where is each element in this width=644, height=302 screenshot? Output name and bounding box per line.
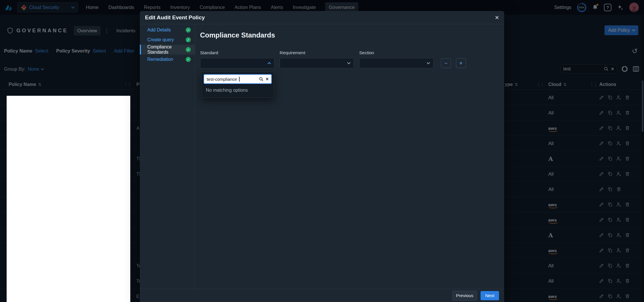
- standard-field: Standard: [200, 50, 274, 68]
- standard-search-value: test-compliance: [207, 77, 237, 82]
- step-complete-check-icon: ✓: [186, 37, 191, 42]
- edit-audit-event-policy-modal: Edit Audit Event Policy × Add Details ✓ …: [140, 11, 504, 302]
- search-icon[interactable]: [259, 77, 263, 81]
- step-complete-check-icon: ✓: [186, 27, 191, 33]
- requirement-field: Requirement: [280, 50, 354, 68]
- application-root: Cloud Security HomeDashboardsReportsInve…: [0, 0, 644, 302]
- requirement-label: Requirement: [280, 50, 354, 55]
- step-complete-check-icon: ✓: [186, 47, 191, 52]
- step-complete-check-icon: ✓: [186, 57, 191, 62]
- modal-content: Compliance Standards Standard Requiremen…: [195, 24, 504, 289]
- modal-title: Edit Audit Event Policy: [145, 14, 205, 21]
- section-title: Compliance Standards: [200, 31, 275, 39]
- section-select[interactable]: [359, 58, 434, 68]
- wizard-step-remediation[interactable]: Remediation ✓: [140, 55, 195, 64]
- modal-body: Add Details ✓ Create query ✓ Compliance …: [140, 24, 504, 289]
- clear-search-icon[interactable]: ×: [265, 76, 269, 82]
- redacted-policy-names-block: [7, 96, 130, 302]
- standard-select[interactable]: [200, 58, 274, 68]
- requirement-select[interactable]: [280, 58, 354, 68]
- next-button[interactable]: Next: [481, 291, 499, 300]
- wizard-step-create-query[interactable]: Create query ✓: [140, 35, 195, 45]
- chevron-down-icon: [427, 61, 430, 64]
- text-caret: [239, 77, 240, 82]
- chevron-up-icon: [268, 62, 271, 65]
- standard-search-input[interactable]: test-compliance ×: [204, 74, 272, 84]
- previous-button[interactable]: Previous: [452, 291, 477, 301]
- remove-standard-button[interactable]: −: [441, 58, 451, 68]
- wizard-steps: Add Details ✓ Create query ✓ Compliance …: [140, 24, 195, 289]
- wizard-step-add-details[interactable]: Add Details ✓: [140, 25, 195, 35]
- no-matching-options-text: No matching options: [204, 84, 272, 95]
- section-field: Section: [359, 50, 434, 68]
- add-standard-button[interactable]: +: [456, 58, 466, 68]
- close-icon[interactable]: ×: [495, 14, 499, 21]
- standard-dropdown-panel: test-compliance × No matching options: [201, 72, 274, 98]
- section-label: Section: [359, 50, 434, 55]
- compliance-fields-row: Standard Requirement Section: [200, 50, 466, 68]
- modal-header: Edit Audit Event Policy ×: [140, 11, 504, 24]
- modal-footer: Previous Next: [140, 289, 504, 302]
- standard-label: Standard: [200, 50, 274, 55]
- wizard-step-compliance-standards[interactable]: Compliance Standards ✓: [140, 45, 195, 55]
- chevron-down-icon: [347, 61, 350, 64]
